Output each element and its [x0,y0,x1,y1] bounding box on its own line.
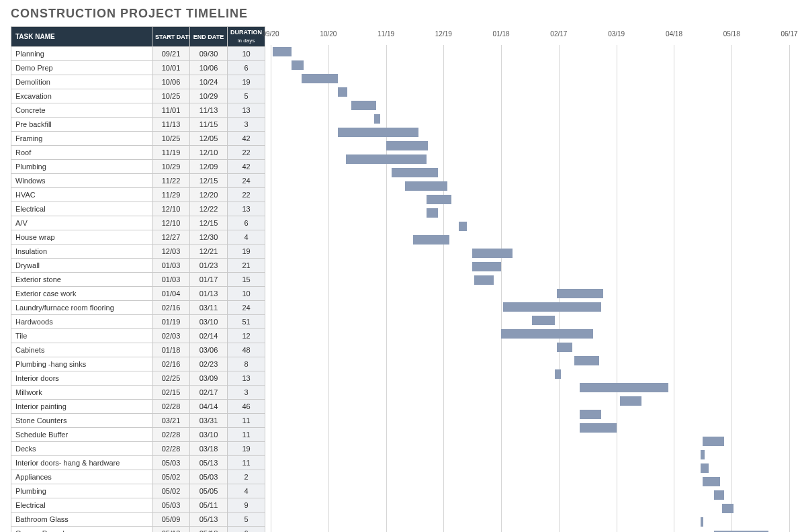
task-end-cell: 04/14 [190,400,228,414]
gantt-bar [374,114,380,124]
task-start-cell: 01/03 [152,273,190,287]
task-duration-cell: 10 [228,287,265,301]
table-row: Cabinets01/1803/0648 [11,343,265,357]
task-duration-cell: 13 [228,103,265,118]
task-name-cell: Electrical [11,202,152,216]
table-row: House wrap12/2712/304 [11,230,265,245]
table-row: Decks02/2803/1819 [11,442,265,456]
table-row: Pre backfill11/1311/153 [11,118,265,132]
task-start-cell: 01/19 [152,315,190,329]
gantt-bar [474,275,494,285]
table-row: Demolition10/0610/2419 [11,75,265,89]
page-title: CONSTRUCTION PROJECT TIMELINE [11,7,789,21]
col-header-start: START DATE [152,27,190,47]
table-row: Appliances05/0205/032 [11,470,265,484]
axis-tick-label: 12/19 [435,30,452,38]
task-duration-cell: 19 [228,75,265,89]
task-end-cell: 12/30 [190,230,228,245]
task-name-cell: Plumbing [11,484,152,498]
task-duration-cell: 6 [228,527,265,533]
gantt-bar [703,437,723,446]
task-name-cell: Stone Counters [11,414,152,428]
gantt-row [271,85,789,99]
task-start-cell: 10/25 [152,132,190,146]
task-duration-cell: 19 [228,245,265,259]
task-end-cell: 10/24 [190,75,228,89]
gantt-bar [472,262,501,271]
gantt-bar [620,396,641,406]
task-duration-cell: 5 [228,513,265,527]
task-duration-cell: 11 [228,414,265,428]
table-row: Windows11/2212/1524 [11,174,265,188]
task-name-cell: Laundry/furnace room flooring [11,301,152,315]
task-duration-cell: 5 [228,89,265,103]
axis-tick-label: 05/18 [723,30,740,38]
task-end-cell: 03/31 [190,414,228,428]
gantt-bar [532,316,555,325]
task-name-cell: Cabinets [11,343,152,357]
task-duration-cell: 19 [228,442,265,456]
task-name-cell: Hardwoods [11,315,152,329]
task-start-cell: 03/21 [152,414,190,428]
gantt-row [271,45,789,58]
gantt-bar [714,490,723,500]
task-end-cell: 05/05 [190,484,228,498]
task-name-cell: Excavation [11,89,152,103]
task-duration-cell: 13 [228,202,265,216]
gridline [789,45,790,532]
table-row: Planning09/2109/3010 [11,47,265,61]
gantt-row [271,112,789,126]
task-start-cell: 05/02 [152,470,190,484]
gantt-bar [273,47,292,56]
task-end-cell: 05/11 [190,498,228,513]
task-end-cell: 12/20 [190,188,228,202]
task-end-cell: 12/21 [190,245,228,259]
gantt-bar [580,423,616,433]
table-row: Electrical12/1012/2213 [11,202,265,216]
gantt-bar [351,101,376,110]
task-duration-cell: 22 [228,188,265,202]
task-duration-cell: 2 [228,470,265,484]
task-duration-cell: 4 [228,484,265,498]
task-duration-cell: 4 [228,230,265,245]
table-row: Electrical05/0305/119 [11,498,265,513]
task-duration-cell: 42 [228,160,265,174]
table-row: Interior painting02/2804/1446 [11,400,265,414]
gantt-row [271,394,789,408]
task-end-cell: 09/30 [190,47,228,61]
task-duration-cell: 15 [228,273,265,287]
task-name-cell: Demo Prep [11,61,152,75]
gantt-row [271,421,789,435]
gantt-row [271,58,789,72]
table-row: Schedule Buffer02/2803/1011 [11,428,265,442]
gantt-row [271,461,789,475]
gantt-bar [703,477,720,486]
gantt-row [271,193,789,206]
axis-tick-label: 02/17 [550,30,567,38]
col-header-name: TASK NAME [11,27,152,47]
task-name-cell: Exterior case work [11,287,152,301]
gantt-bar [580,410,601,419]
table-row: A/V12/1012/156 [11,216,265,230]
gantt-bar [386,141,429,150]
table-row: Framing10/2512/0542 [11,132,265,146]
task-end-cell: 12/15 [190,174,228,188]
gantt-row [271,502,789,515]
gantt-bar [346,154,427,164]
task-end-cell: 05/03 [190,470,228,484]
task-start-cell: 05/03 [152,456,190,470]
gantt-bar [557,289,603,298]
task-start-cell: 10/25 [152,89,190,103]
task-duration-cell: 24 [228,301,265,315]
task-name-cell: Drywall [11,259,152,273]
gantt-chart: 09/2010/2011/1912/1901/1802/1703/1904/18… [271,26,789,532]
task-end-cell: 02/23 [190,357,228,371]
gantt-row [271,206,789,220]
task-start-cell: 02/16 [152,301,190,315]
task-start-cell: 02/28 [152,400,190,414]
gantt-row [271,72,789,85]
gantt-row [271,233,789,247]
task-start-cell: 05/02 [152,484,190,498]
gantt-bar [701,517,703,527]
task-start-cell: 05/13 [152,527,190,533]
